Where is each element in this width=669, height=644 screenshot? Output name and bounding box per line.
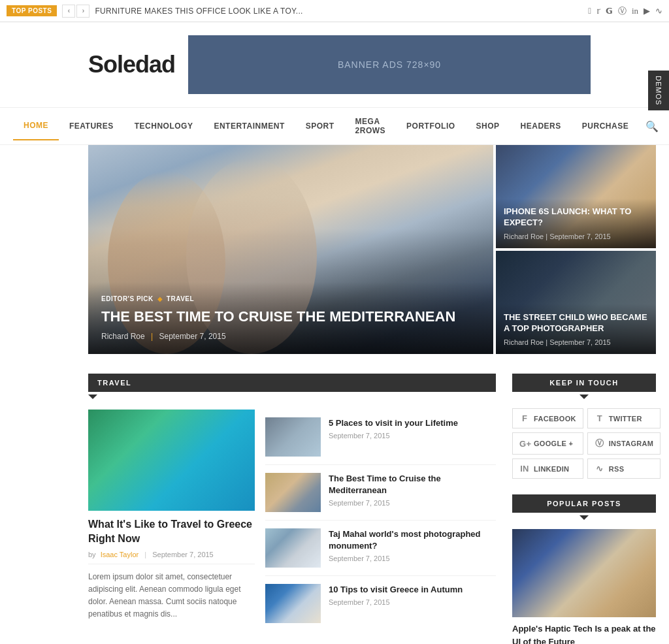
content-layout: TRAVEL What It's Like to Travel to Greec… xyxy=(88,374,656,644)
travel-list-item-1[interactable]: 5 Places to visit in your Lifetime Septe… xyxy=(265,410,496,465)
page-wrapper: DEMOS Soledad BANNER ADS 728×90 HOME FEA… xyxy=(0,22,669,644)
hero-side-article-1[interactable]: IPHONE 6S LAUNCH: WHAT TO EXPECT? Richar… xyxy=(496,145,656,248)
travel-featured-meta-sep: | xyxy=(144,551,146,558)
travel-thumb-3 xyxy=(265,528,321,568)
travel-featured-image[interactable] xyxy=(88,410,255,511)
instagram-btn-icon: Ⓥ xyxy=(595,438,605,449)
facebook-social-btn[interactable]: f FACEBOOK xyxy=(512,408,583,428)
main-navigation: HOME FEATURES TECHNOLOGY ENTERTAINMENT S… xyxy=(0,107,669,145)
top-bar-social-icons: 𝕉 𝕣 𝗚 Ⓥ in ▶ ∿ xyxy=(588,5,662,17)
travel-item-title-1: 5 Places to visit in your Lifetime xyxy=(329,417,496,429)
nav-items: HOME FEATURES TECHNOLOGY ENTERTAINMENT S… xyxy=(13,108,639,144)
hero-tag-travel: TRAVEL xyxy=(167,295,194,302)
nav-item-purchase[interactable]: PURCHASE xyxy=(572,112,639,140)
travel-item-content-4: 10 Tips to visit Greece in Autumn Septem… xyxy=(329,584,496,606)
travel-label: TRAVEL xyxy=(97,379,131,387)
nav-item-features[interactable]: FEATURES xyxy=(59,112,124,140)
travel-item-content-3: Taj Mahal world's most photographed monu… xyxy=(329,528,496,562)
travel-featured-meta: by Isaac Taylor | September 7, 2015 xyxy=(88,551,255,558)
hero-side-articles: IPHONE 6S LAUNCH: WHAT TO EXPECT? Richar… xyxy=(496,145,656,354)
travel-list-item-2[interactable]: The Best Time to Cruise the Mediterranea… xyxy=(265,465,496,521)
nav-item-entertainment[interactable]: ENTERTAINMENT xyxy=(203,112,295,140)
hero-side-date-2: September 7, 2015 xyxy=(549,338,611,346)
twitter-social-btn[interactable]: t TWITTER xyxy=(587,408,661,428)
travel-section-title: TRAVEL xyxy=(88,374,496,392)
nav-item-shop[interactable]: SHOP xyxy=(466,112,510,140)
social-grid: f FACEBOOK t TWITTER g+ GOOGLE + Ⓥ xyxy=(512,408,656,479)
top-bar-prev-btn[interactable]: ‹ xyxy=(62,5,75,18)
hero-side-date-1: September 7, 2015 xyxy=(549,233,611,240)
travel-featured-author-label: by xyxy=(88,551,96,558)
keep-in-touch-widget: KEEP IN TOUCH f FACEBOOK t TWITTER g+ xyxy=(512,374,656,479)
travel-item-content-2: The Best Time to Cruise the Mediterranea… xyxy=(329,473,496,507)
hero-main-article[interactable]: EDITOR'S PICK ◆ TRAVEL THE BEST TIME TO … xyxy=(88,145,493,354)
popular-post-image[interactable] xyxy=(512,529,656,617)
site-header: Soledad BANNER ADS 728×90 xyxy=(0,22,669,107)
travel-section-arrow xyxy=(88,394,97,399)
youtube-icon[interactable]: ▶ xyxy=(644,6,650,16)
travel-item-title-3: Taj Mahal world's most photographed monu… xyxy=(329,528,496,552)
hero-side-overlay-2: THE STREET CHILD WHO BECAME A TOP PHOTOG… xyxy=(496,304,656,354)
googleplus-btn-icon: g+ xyxy=(519,439,530,449)
nav-item-portfolio[interactable]: PORTFOLIO xyxy=(396,112,466,140)
googleplus-social-btn[interactable]: g+ GOOGLE + xyxy=(512,432,583,455)
travel-featured-date: September 7, 2015 xyxy=(152,551,214,558)
travel-item-date-4: September 7, 2015 xyxy=(329,598,496,606)
travel-featured-title[interactable]: What It's Like to Travel to Greece Right… xyxy=(88,517,255,547)
top-posts-label: TOP POSTS xyxy=(7,5,57,16)
hero-tag-separator: ◆ xyxy=(157,295,163,302)
travel-thumb-2 xyxy=(265,473,321,512)
rss-btn-label: RSS xyxy=(609,465,625,473)
top-bar: TOP POSTS ‹ › FURNITURE MAKES THIS OFFIC… xyxy=(0,0,669,22)
linkedin-icon[interactable]: in xyxy=(632,6,638,16)
travel-thumb-1 xyxy=(265,417,321,457)
hero-side-title-1: IPHONE 6S LAUNCH: WHAT TO EXPECT? xyxy=(504,206,648,229)
travel-featured-author[interactable]: Isaac Taylor xyxy=(101,551,139,558)
hero-main-author: Richard Roe xyxy=(101,332,145,341)
instagram-social-btn[interactable]: Ⓥ INSTAGRAM xyxy=(587,432,661,455)
travel-item-date-2: September 7, 2015 xyxy=(329,499,496,507)
main-content: EDITOR'S PICK ◆ TRAVEL THE BEST TIME TO … xyxy=(0,145,669,644)
travel-list: 5 Places to visit in your Lifetime Septe… xyxy=(265,410,496,631)
keep-in-touch-title: KEEP IN TOUCH xyxy=(512,374,656,392)
travel-item-content-1: 5 Places to visit in your Lifetime Septe… xyxy=(329,417,496,440)
googleplus-btn-label: GOOGLE + xyxy=(534,440,573,447)
twitter-btn-label: TWITTER xyxy=(609,415,642,423)
nav-item-mega2rows[interactable]: MEGA 2ROWS xyxy=(345,108,397,144)
site-logo[interactable]: Soledad xyxy=(88,51,175,78)
googleplus-icon[interactable]: 𝗚 xyxy=(606,6,613,16)
keep-in-touch-arrow xyxy=(579,394,589,399)
nav-item-home[interactable]: HOME xyxy=(13,112,59,140)
facebook-icon[interactable]: 𝕉 xyxy=(588,6,591,16)
travel-list-item-3[interactable]: Taj Mahal world's most photographed monu… xyxy=(265,521,496,576)
travel-grid: What It's Like to Travel to Greece Right… xyxy=(88,410,496,631)
twitter-icon[interactable]: 𝕣 xyxy=(596,6,600,16)
linkedin-btn-icon: in xyxy=(519,464,530,474)
top-bar-next-btn[interactable]: › xyxy=(76,5,90,18)
right-sidebar: KEEP IN TOUCH f FACEBOOK t TWITTER g+ xyxy=(512,374,656,644)
travel-thumb-4 xyxy=(265,584,321,623)
travel-item-date-1: September 7, 2015 xyxy=(329,432,496,440)
rss-btn-icon: ∿ xyxy=(595,464,605,474)
nav-item-technology[interactable]: TECHNOLOGY xyxy=(124,112,204,140)
rss-social-btn[interactable]: ∿ RSS xyxy=(587,459,661,479)
nav-item-sport[interactable]: SPORT xyxy=(295,112,345,140)
hero-side-article-2[interactable]: THE STREET CHILD WHO BECAME A TOP PHOTOG… xyxy=(496,251,656,354)
search-icon[interactable]: 🔍 xyxy=(639,114,665,139)
popular-posts-arrow xyxy=(579,515,589,520)
linkedin-social-btn[interactable]: in LINKEDIN xyxy=(512,459,583,479)
hero-side-author-2: Richard Roe xyxy=(504,338,544,346)
instagram-icon[interactable]: Ⓥ xyxy=(618,5,627,17)
nav-item-headers[interactable]: HEADERS xyxy=(510,112,572,140)
travel-item-title-2: The Best Time to Cruise the Mediterranea… xyxy=(329,473,496,496)
rss-icon[interactable]: ∿ xyxy=(655,6,662,16)
travel-list-item-4[interactable]: 10 Tips to visit Greece in Autumn Septem… xyxy=(265,576,496,631)
twitter-btn-icon: t xyxy=(595,413,605,423)
popular-post-article-title[interactable]: Apple's Haptic Tech Is a peak at the UI … xyxy=(512,622,656,644)
travel-section: TRAVEL What It's Like to Travel to Greec… xyxy=(88,374,496,631)
hero-side-meta-2: Richard Roe | September 7, 2015 xyxy=(504,338,648,346)
hero-section: EDITOR'S PICK ◆ TRAVEL THE BEST TIME TO … xyxy=(88,145,656,354)
demos-button[interactable]: DEMOS xyxy=(648,71,669,110)
hero-side-overlay-1: IPHONE 6S LAUNCH: WHAT TO EXPECT? Richar… xyxy=(496,199,656,248)
hero-side-title-2: THE STREET CHILD WHO BECAME A TOP PHOTOG… xyxy=(504,312,648,334)
